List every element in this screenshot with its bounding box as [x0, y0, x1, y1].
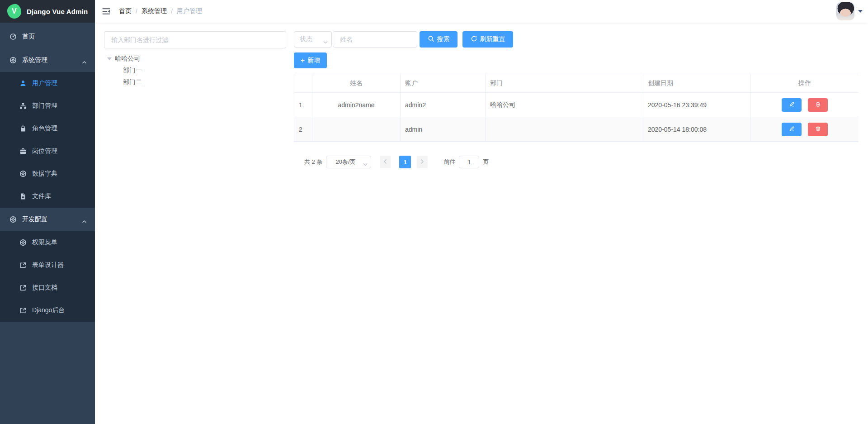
department-tree: 哈哈公司 部门一 部门二: [104, 53, 286, 88]
sidebar-item-role-mgmt[interactable]: 角色管理: [0, 117, 95, 140]
logo: V Django Vue Admin: [0, 0, 95, 23]
edit-icon: [789, 101, 795, 109]
user-icon: [19, 80, 27, 87]
table-cell-account: admin: [401, 117, 486, 142]
caret-down-icon[interactable]: [858, 10, 863, 13]
external-link-icon: [19, 307, 27, 314]
document-icon: [19, 193, 27, 200]
sidebar-item-form-designer[interactable]: 表单设计器: [0, 254, 95, 276]
logo-icon: V: [6, 3, 22, 19]
breadcrumb-system-mgmt[interactable]: 系统管理: [142, 7, 167, 15]
sidebar-item-label: 接口文档: [32, 284, 57, 292]
page-content: 哈哈公司 部门一 部门二 状态: [95, 23, 868, 424]
tree-node-dept2[interactable]: 部门二: [104, 76, 286, 88]
edit-button[interactable]: [782, 123, 802, 136]
sidebar-item-data-dict[interactable]: 数据字典: [0, 162, 95, 185]
breadcrumb-home[interactable]: 首页: [119, 7, 132, 15]
table-cell-dept: [486, 117, 643, 142]
external-link-icon: [19, 284, 27, 291]
tree-node-company[interactable]: 哈哈公司: [104, 53, 286, 65]
department-panel: 哈哈公司 部门一 部门二: [104, 31, 286, 88]
breadcrumb: 首页 / 系统管理 / 用户管理: [119, 7, 202, 15]
external-link-icon: [19, 262, 27, 269]
chevron-down-icon: [363, 161, 368, 167]
table-header-name: 姓名: [312, 74, 401, 93]
sidebar-item-dev-config[interactable]: 开发配置: [0, 208, 95, 231]
table-cell-created: 2020-05-16 23:39:49: [643, 93, 751, 117]
table-header-actions: 操作: [751, 74, 859, 93]
add-button[interactable]: + 新增: [294, 52, 327, 68]
table-cell-index: 1: [294, 93, 312, 117]
refresh-reset-button[interactable]: 刷新重置: [462, 31, 513, 48]
tree-node-label: 哈哈公司: [115, 55, 140, 63]
chevron-right-icon: [420, 159, 424, 166]
sidebar-item-file-library[interactable]: 文件库: [0, 185, 95, 208]
refresh-icon: [471, 35, 477, 43]
user-table: 姓名 账户 部门 创建日期 操作 1 admin2name admin2 哈哈公…: [294, 74, 858, 142]
dev-config-submenu: 权限菜单 表单设计器 接口文档 Django后台: [0, 231, 95, 322]
pagination-goto-unit: 页: [483, 158, 489, 166]
sidebar-item-label: 文件库: [32, 192, 51, 200]
sidebar-item-home[interactable]: 首页: [0, 25, 95, 48]
tree-node-dept1[interactable]: 部门一: [104, 65, 286, 76]
name-filter-input[interactable]: [333, 31, 417, 48]
sidebar-item-user-mgmt[interactable]: 用户管理: [0, 72, 95, 95]
trash-icon: [815, 126, 821, 133]
breadcrumb-separator: /: [171, 8, 173, 15]
avatar[interactable]: [836, 2, 854, 20]
table-cell-actions: [751, 93, 859, 117]
table-cell-index: 2: [294, 117, 312, 142]
table-cell-actions: [751, 117, 859, 142]
delete-button[interactable]: [808, 98, 828, 112]
dashboard-icon: [9, 33, 17, 40]
sidebar-item-label: 权限菜单: [32, 238, 57, 247]
user-panel: 状态 搜索 刷新重置: [294, 31, 858, 48]
sidebar-item-label: 首页: [22, 33, 35, 41]
table-cell-account: admin2: [401, 93, 486, 117]
sidebar-item-post-mgmt[interactable]: 岗位管理: [0, 140, 95, 162]
table-cell-dept: 哈哈公司: [486, 93, 643, 117]
status-select-placeholder: 状态: [300, 35, 312, 43]
delete-button[interactable]: [808, 123, 828, 136]
sidebar-item-permission-menu[interactable]: 权限菜单: [0, 231, 95, 254]
dept-filter-input[interactable]: [104, 31, 286, 48]
sidebar-item-label: 角色管理: [32, 124, 57, 133]
sidebar-item-label: 数据字典: [32, 170, 57, 178]
table-header-created: 创建日期: [643, 74, 751, 93]
sidebar-item-label: 开发配置: [22, 215, 47, 224]
edit-button[interactable]: [782, 98, 802, 112]
pagination-next-button[interactable]: [417, 156, 428, 168]
search-button[interactable]: 搜索: [420, 31, 458, 48]
sidebar-item-api-docs[interactable]: 接口文档: [0, 276, 95, 299]
sidebar-item-label: 用户管理: [32, 79, 57, 87]
app-title: Django Vue Admin: [27, 8, 88, 15]
sidebar-item-django-admin[interactable]: Django后台: [0, 299, 95, 322]
main-area: 首页 / 系统管理 / 用户管理 哈哈公司 部门一 部门二: [95, 0, 868, 424]
org-tree-icon: [19, 102, 27, 110]
hamburger-icon[interactable]: [95, 0, 115, 23]
logo-letter: V: [12, 7, 17, 15]
pagination-prev-button[interactable]: [380, 156, 391, 168]
chevron-up-icon: [82, 58, 87, 66]
refresh-reset-button-label: 刷新重置: [480, 35, 505, 43]
tree-node-label: 部门二: [123, 78, 142, 86]
sidebar-item-label: Django后台: [32, 306, 65, 314]
page-size-select[interactable]: 20条/页: [326, 156, 371, 168]
chevron-left-icon: [383, 159, 387, 166]
pagination-goto-input[interactable]: [459, 156, 479, 168]
status-select[interactable]: 状态: [294, 31, 332, 48]
navbar-right: [836, 0, 863, 23]
pagination-page-1[interactable]: 1: [399, 156, 411, 168]
lock-icon: [19, 125, 27, 132]
filter-bar: 状态 搜索 刷新重置: [294, 31, 858, 48]
navbar: 首页 / 系统管理 / 用户管理: [95, 0, 868, 23]
table-header-index: [294, 74, 312, 93]
table-cell-name: admin2name: [312, 93, 401, 117]
search-icon: [428, 35, 434, 43]
sidebar-item-dept-mgmt[interactable]: 部门管理: [0, 95, 95, 117]
plus-icon: +: [301, 57, 305, 64]
sidebar-item-label: 表单设计器: [32, 261, 64, 269]
chevron-down-icon: [323, 38, 328, 45]
caret-down-icon[interactable]: [107, 57, 112, 60]
sidebar-item-system-mgmt[interactable]: 系统管理: [0, 48, 95, 72]
